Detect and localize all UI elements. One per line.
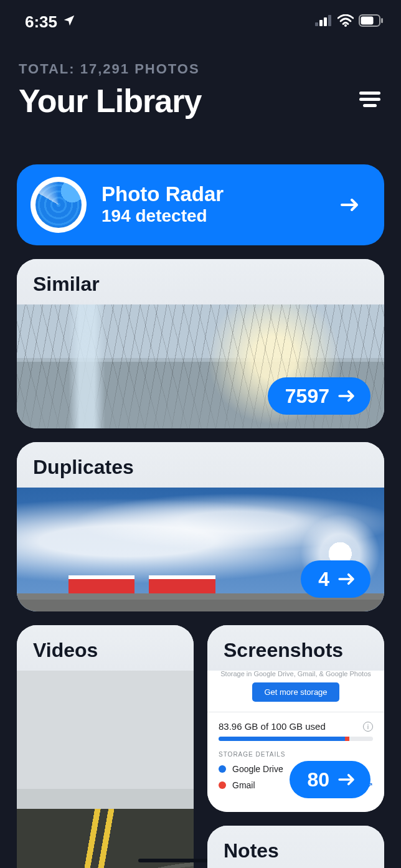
duplicates-count: 4 xyxy=(318,568,329,591)
svg-rect-9 xyxy=(359,98,380,101)
similar-count: 7597 xyxy=(285,385,329,408)
status-time: 6:35 xyxy=(25,12,57,32)
arrow-right-icon xyxy=(341,198,359,212)
screenshot-preview-cta: Get more storage xyxy=(252,682,339,702)
notes-title: Notes xyxy=(207,826,384,868)
arrow-right-icon xyxy=(338,390,356,402)
wifi-icon xyxy=(337,14,354,29)
notes-card[interactable]: Notes xyxy=(207,826,384,868)
svg-point-4 xyxy=(344,24,347,27)
status-bar: 6:35 xyxy=(0,0,401,44)
info-icon: i xyxy=(363,722,373,732)
radar-subtitle: 194 detected xyxy=(101,206,224,226)
page-title: Your Library xyxy=(19,82,201,120)
screenshot-preview-details-label: STORAGE DETAILS xyxy=(219,751,373,758)
similar-count-pill[interactable]: 7597 xyxy=(268,377,370,415)
cellular-icon xyxy=(315,15,333,29)
duplicates-count-pill[interactable]: 4 xyxy=(301,560,370,598)
screenshots-title: Screenshots xyxy=(207,625,384,671)
svg-rect-7 xyxy=(381,18,383,23)
location-icon xyxy=(62,12,76,32)
menu-button[interactable] xyxy=(357,88,382,113)
similar-title: Similar xyxy=(17,259,384,304)
videos-title: Videos xyxy=(17,625,194,671)
screenshot-preview-header: Storage in Google Drive, Gmail, & Google… xyxy=(219,670,373,677)
videos-card[interactable]: Videos xyxy=(17,625,194,868)
menu-icon xyxy=(359,92,380,110)
screenshot-preview-bar xyxy=(219,737,373,741)
screenshots-count: 80 xyxy=(307,768,329,791)
duplicates-title: Duplicates xyxy=(17,442,384,488)
page-header: TOTAL: 17,291 PHOTOS Your Library xyxy=(19,61,382,120)
svg-rect-6 xyxy=(361,17,374,25)
svg-rect-0 xyxy=(315,22,318,26)
svg-rect-10 xyxy=(363,104,377,107)
screenshot-preview-used: 83.96 GB of 100 GB used xyxy=(219,721,326,732)
svg-rect-2 xyxy=(324,17,327,26)
total-count-label: TOTAL: 17,291 PHOTOS xyxy=(19,61,382,77)
screenshots-count-pill[interactable]: 80 xyxy=(290,761,370,798)
screenshots-card[interactable]: Screenshots Storage in Google Drive, Gma… xyxy=(207,625,384,812)
svg-rect-3 xyxy=(328,15,331,26)
svg-rect-8 xyxy=(359,92,380,95)
photo-radar-card[interactable]: Photo Radar 194 detected xyxy=(17,164,384,245)
svg-rect-1 xyxy=(319,20,323,26)
duplicates-card[interactable]: Duplicates 4 xyxy=(17,442,384,611)
radar-title: Photo Radar xyxy=(101,184,224,205)
similar-card[interactable]: Similar 7597 xyxy=(17,259,384,428)
screenshot-preview-item1: Google Drive xyxy=(232,764,283,774)
arrow-right-icon xyxy=(338,573,356,585)
radar-icon xyxy=(31,177,87,233)
battery-icon xyxy=(359,14,384,29)
arrow-right-icon xyxy=(338,773,356,786)
videos-thumbnail xyxy=(17,666,194,868)
screenshot-preview-item2: Gmail xyxy=(232,780,255,790)
